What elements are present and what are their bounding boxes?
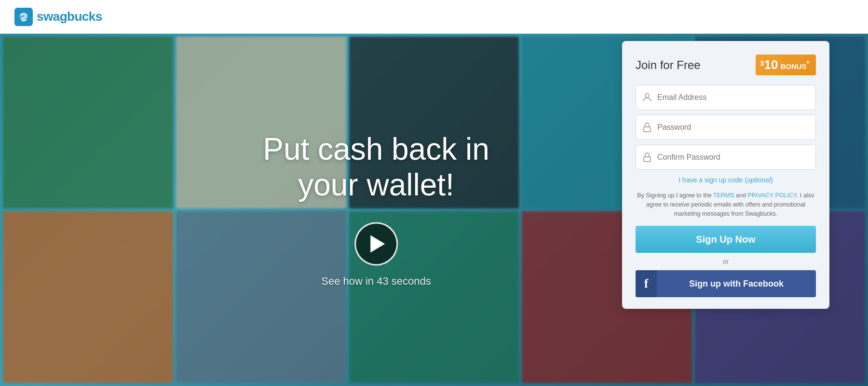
header: swagbucks	[0, 0, 868, 34]
facebook-signup-button[interactable]: f Sign up with Facebook	[636, 270, 816, 297]
terms-text: By Signing up I agree to the TERMS and P…	[636, 191, 816, 218]
signup-code-link[interactable]: I have a sign up code (optional)	[678, 176, 773, 184]
facebook-button-label: Sign up with Facebook	[657, 279, 816, 289]
hero-content: Put cash back in your wallet! See how in…	[263, 132, 489, 288]
hero-subtext: See how in 43 seconds	[263, 276, 489, 288]
bg-tile-1	[3, 37, 173, 208]
privacy-link[interactable]: PRIVACY POLICY	[747, 192, 796, 199]
bonus-asterisk: *	[807, 59, 809, 67]
bonus-badge: $10 BONUS*	[756, 55, 816, 75]
email-field-group	[636, 85, 816, 110]
terms-link[interactable]: TERMS	[713, 192, 734, 199]
or-divider: or	[636, 258, 816, 265]
svg-rect-3	[644, 157, 651, 162]
bonus-amount: 10	[764, 57, 778, 72]
play-button[interactable]	[354, 222, 398, 266]
panel-header: Join for Free $10 BONUS*	[636, 55, 816, 75]
password-input[interactable]	[636, 115, 816, 140]
join-title: Join for Free	[636, 58, 701, 72]
bonus-label: BONUS	[780, 62, 806, 70]
bg-tile-6	[3, 211, 173, 383]
lock-confirm-icon	[641, 152, 653, 163]
hero-headline: Put cash back in your wallet!	[263, 132, 489, 203]
svg-point-1	[645, 94, 649, 97]
confirm-password-field-group	[636, 145, 816, 170]
confirm-password-input[interactable]	[636, 145, 816, 170]
password-field-group	[636, 115, 816, 140]
svg-rect-2	[644, 127, 651, 132]
facebook-icon-box: f	[636, 270, 657, 297]
swagbucks-logo-icon	[14, 8, 33, 26]
signup-code-section: I have a sign up code (optional)	[636, 176, 816, 184]
signup-now-button[interactable]: Sign Up Now	[636, 226, 816, 253]
email-input[interactable]	[636, 85, 816, 110]
lock-icon	[641, 122, 653, 133]
play-icon	[370, 235, 385, 253]
signup-panel: Join for Free $10 BONUS* I have a sign u…	[622, 41, 829, 309]
user-icon	[641, 92, 653, 103]
logo-text: swagbucks	[37, 9, 102, 24]
logo[interactable]: swagbucks	[14, 8, 102, 26]
facebook-f-icon: f	[644, 276, 649, 291]
